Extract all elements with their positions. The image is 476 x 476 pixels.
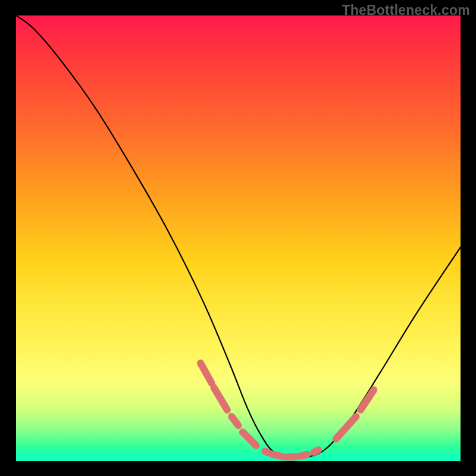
bottleneck-curve: [16, 15, 461, 458]
svg-line-0: [201, 363, 212, 383]
watermark-text: TheBottleneck.com: [342, 2, 470, 18]
svg-line-4: [265, 452, 269, 453]
curve-layer: [16, 15, 461, 461]
svg-line-1: [214, 387, 227, 409]
svg-line-6: [287, 457, 296, 458]
svg-line-9: [336, 416, 356, 439]
plot-area: [16, 15, 461, 461]
svg-line-3: [243, 432, 256, 445]
svg-line-8: [314, 450, 318, 452]
svg-line-5: [273, 455, 283, 457]
chart-frame: TheBottleneck.com: [0, 0, 476, 476]
highlight-segments: [201, 363, 374, 457]
svg-line-2: [231, 416, 238, 425]
svg-line-7: [300, 455, 307, 456]
